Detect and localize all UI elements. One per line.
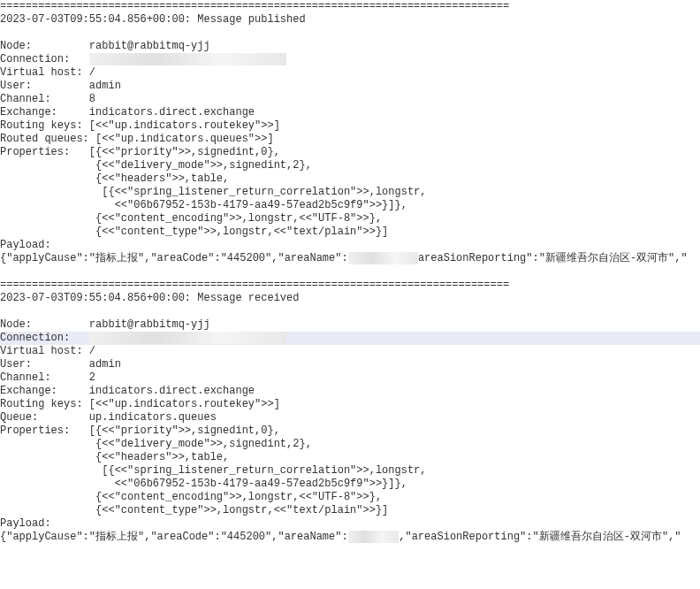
prop-l4: [{<<"spring_listener_return_correlation"… [89, 464, 427, 477]
prop-l7: {<<"content_type">>,longstr,<<"text/plai… [89, 226, 388, 238]
rq-label: Routed queues: [0, 133, 89, 145]
user-row: User: admin [0, 358, 700, 371]
prop-line: <<"06b67952-153b-4179-aa49-57ead2b5c9f9"… [0, 199, 700, 212]
rk-label: Routing keys: [0, 398, 83, 410]
payload-post: areaSionReporting":"新疆维吾尔自治区-双河市"," [418, 252, 688, 264]
title: Message published [197, 13, 305, 26]
pad [0, 186, 89, 198]
pad [51, 93, 89, 105]
payload-pre: {"applyCause":"指标上报","areaCode":"445200"… [0, 252, 348, 264]
ts: 2023-07-03T09:55:04.856+00:00 [0, 292, 185, 304]
payload-label: Payload: [0, 517, 51, 530]
pad [32, 80, 89, 92]
payload-label-row: Payload: [0, 239, 700, 252]
prop-l2: {<<"delivery_mode">>,signedint,2}, [89, 159, 312, 172]
blank [0, 27, 700, 40]
prop-line: {<<"delivery_mode">>,signedint,2}, [0, 438, 700, 451]
prop-l3: {<<"headers">>,table, [89, 451, 229, 463]
conn-label: Connection: [0, 53, 70, 65]
pad [0, 438, 89, 450]
node-value: rabbit@rabbitmq-yjj [89, 40, 210, 52]
user-value: admin [89, 358, 121, 371]
node-row: Node: rabbit@rabbitmq-yjj [0, 40, 700, 53]
vhost-label: Virtual host: [0, 345, 83, 357]
blank [0, 265, 700, 279]
node-label: Node: [0, 40, 32, 52]
vhost-value: / [89, 66, 95, 79]
queue-value: up.indicators.queues [89, 411, 217, 424]
blank [0, 305, 700, 318]
user-label: User: [0, 358, 32, 371]
properties-row: Properties: [{<<"priority">>,signedint,0… [0, 425, 700, 438]
pad [70, 332, 89, 344]
pad [83, 66, 89, 79]
channel-value: 8 [89, 93, 95, 105]
pad [83, 345, 89, 357]
pad [0, 451, 89, 463]
payload-row: {"applyCause":"指标上报","areaCode":"445200"… [0, 252, 700, 265]
prop-line: {<<"headers">>,table, [0, 451, 700, 464]
node-label: Node: [0, 318, 32, 331]
rk-value: [<<"up.indicators.routekey">>] [89, 119, 280, 132]
prop-l1: [{<<"priority">>,signedint,0}, [89, 425, 280, 437]
exchange-value: indicators.direct.exchange [89, 385, 255, 397]
exchange-label: Exchange: [0, 385, 57, 397]
prop-l5: <<"06b67952-153b-4179-aa49-57ead2b5c9f9"… [89, 478, 407, 490]
rk-value: [<<"up.indicators.routekey">>] [89, 398, 280, 410]
conn-value-blurred [89, 332, 286, 344]
payload-blurred [348, 531, 399, 543]
prop-label: Properties: [0, 425, 70, 437]
prop-label: Properties: [0, 146, 70, 158]
user-row: User: admin [0, 80, 700, 93]
pad [70, 146, 89, 158]
prop-line: [{<<"spring_listener_return_correlation"… [0, 186, 700, 199]
prop-line: [{<<"spring_listener_return_correlation"… [0, 464, 700, 478]
pad [0, 172, 89, 185]
pad [38, 411, 89, 424]
pad [83, 119, 89, 132]
node-row: Node: rabbit@rabbitmq-yjj [0, 318, 700, 332]
prop-l2: {<<"delivery_mode">>,signedint,2}, [89, 438, 312, 450]
pad [89, 133, 95, 145]
rq-value: [<<"up.indicators.queues">>] [95, 133, 274, 145]
payload-row: {"applyCause":"指标上报","areaCode":"445200"… [0, 531, 700, 544]
exchange-value: indicators.direct.exchange [89, 106, 255, 119]
rk-label: Routing keys: [0, 119, 83, 132]
pad [0, 159, 89, 172]
user-value: admin [89, 80, 121, 92]
pad [70, 53, 89, 65]
prop-line: {<<"content_encoding">>,longstr,<<"UTF-8… [0, 212, 700, 226]
payload-pre: {"applyCause":"指标上报","areaCode":"445200"… [0, 531, 348, 543]
pad [32, 318, 89, 331]
pad [83, 398, 89, 410]
payload-blurred [348, 252, 418, 264]
exchange-label: Exchange: [0, 106, 57, 119]
colon: : [185, 292, 197, 304]
prop-line: {<<"delivery_mode">>,signedint,2}, [0, 159, 700, 172]
channel-row: Channel: 2 [0, 371, 700, 385]
prop-l6: {<<"content_encoding">>,longstr,<<"UTF-8… [89, 212, 382, 225]
pad [0, 464, 89, 477]
prop-l1: [{<<"priority">>,signedint,0}, [89, 146, 280, 158]
msg1-header: 2023-07-03T09:55:04.856+00:00: Message p… [0, 13, 700, 27]
prop-line: {<<"content_encoding">>,longstr,<<"UTF-8… [0, 491, 700, 504]
pad [0, 504, 89, 516]
vhost-row: Virtual host: / [0, 345, 700, 358]
pad [51, 371, 89, 384]
pad [0, 478, 89, 490]
routing-keys-row: Routing keys: [<<"up.indicators.routekey… [0, 119, 700, 133]
conn-row-highlighted: Connection: [0, 332, 700, 345]
title: Message received [197, 292, 299, 304]
conn-value-blurred [89, 53, 286, 65]
pad [0, 491, 89, 503]
pad [70, 425, 89, 437]
properties-row: Properties: [{<<"priority">>,signedint,0… [0, 146, 700, 159]
queue-label: Queue: [0, 411, 38, 424]
pad [0, 226, 89, 238]
pad [0, 212, 89, 225]
prop-l5: <<"06b67952-153b-4179-aa49-57ead2b5c9f9"… [89, 199, 407, 211]
pad [57, 385, 89, 397]
channel-label: Channel: [0, 93, 51, 105]
vhost-row: Virtual host: / [0, 66, 700, 80]
routing-keys-row: Routing keys: [<<"up.indicators.routekey… [0, 398, 700, 411]
